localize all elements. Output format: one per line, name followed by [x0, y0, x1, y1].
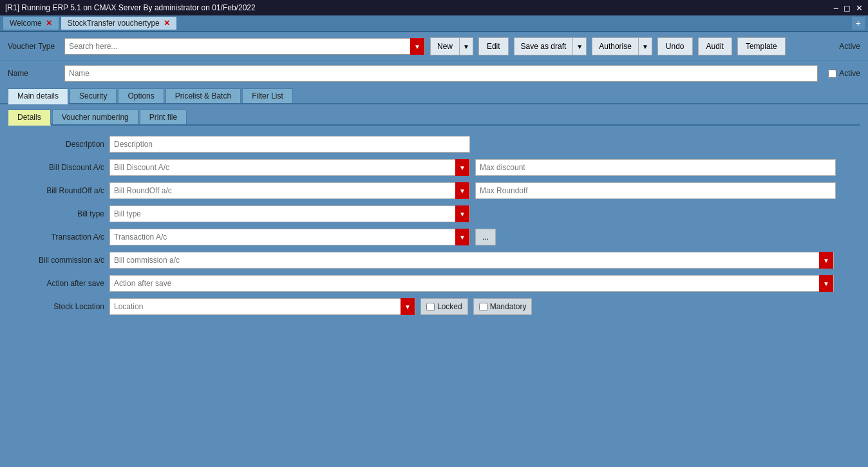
tab-security[interactable]: Security [70, 88, 117, 103]
stock-location-label: Stock Location [21, 302, 104, 311]
tab-bar: Welcome ✕ StockTransfer vouchertype ✕ + [0, 15, 868, 32]
bill-commission-input[interactable] [110, 253, 819, 268]
search-dropdown-arrow[interactable]: ▼ [410, 38, 424, 55]
tab-options[interactable]: Options [118, 88, 164, 103]
active-checkbox[interactable] [828, 70, 836, 78]
transaction-ac-select-wrapper: ▼ [109, 229, 470, 245]
window-title: [R1] Running ERP 5.1 on CMAX Server By a… [5, 3, 256, 12]
tab-stocktransfer-close[interactable]: ✕ [164, 19, 170, 28]
bill-discount-row: Bill Discount A/c ▼ [21, 159, 847, 176]
tab-welcome-close[interactable]: ✕ [46, 19, 52, 28]
tab-stocktransfer-label: StockTransfer vouchertype [68, 19, 160, 28]
new-dropdown-arrow[interactable]: ▼ [459, 37, 473, 55]
template-button[interactable]: Template [737, 37, 786, 55]
tab-pricelist-batch[interactable]: Pricelist & Batch [165, 88, 241, 103]
save-as-draft-arrow[interactable]: ▼ [572, 37, 587, 55]
voucher-type-label: Voucher Type [8, 42, 59, 51]
bill-commission-row: Bill commission a/c ▼ [21, 252, 847, 269]
bill-type-select-wrapper: ▼ [109, 205, 470, 222]
action-after-save-input[interactable] [110, 276, 819, 291]
name-label: Name [8, 69, 59, 78]
search-input[interactable] [65, 39, 410, 54]
locked-label: Locked [437, 302, 462, 311]
save-as-draft-group: Save as draft ▼ [514, 37, 587, 55]
bill-roundoff-row: Bill RoundOff a/c ▼ [21, 182, 847, 199]
save-as-draft-button[interactable]: Save as draft [514, 37, 573, 55]
bill-discount-input[interactable] [110, 160, 455, 175]
description-row: Description [21, 136, 847, 153]
window-controls: – ◻ ✕ [834, 3, 863, 13]
bill-type-input[interactable] [110, 206, 455, 222]
bill-discount-arrow[interactable]: ▼ [455, 159, 469, 176]
stock-location-row: Stock Location ▼ Locked Mandatory [21, 298, 847, 315]
locked-checkbox-wrapper[interactable]: Locked [420, 298, 468, 315]
active-label: Active [839, 69, 860, 78]
restore-button[interactable]: ◻ [844, 3, 851, 13]
main-tabs: Main details Security Options Pricelist … [0, 86, 868, 104]
form-area: Description Bill Discount A/c ▼ Bill Rou… [8, 129, 860, 328]
bill-discount-label: Bill Discount A/c [21, 163, 104, 172]
active-checkbox-wrapper: Active [828, 69, 860, 78]
location-input[interactable] [110, 302, 401, 311]
location-arrow[interactable]: ▼ [401, 298, 415, 315]
max-discount-input[interactable] [475, 159, 836, 176]
transaction-ellipsis-button[interactable]: ... [475, 229, 496, 245]
action-after-save-arrow[interactable]: ▼ [819, 275, 833, 292]
mandatory-label: Mandatory [490, 302, 527, 311]
authorise-button-group: Authorise ▼ [592, 37, 652, 55]
tab-main-details[interactable]: Main details [8, 88, 68, 104]
new-button[interactable]: New [430, 37, 459, 55]
bill-discount-select-wrapper: ▼ [109, 159, 470, 176]
mandatory-checkbox[interactable] [479, 303, 487, 311]
authorise-button[interactable]: Authorise [592, 37, 638, 55]
transaction-ac-label: Transaction A/c [21, 233, 104, 242]
max-roundoff-input[interactable] [475, 182, 836, 199]
description-input[interactable] [109, 136, 470, 153]
sub-tab-details[interactable]: Details [8, 110, 51, 126]
audit-button[interactable]: Audit [698, 37, 732, 55]
bill-roundoff-label: Bill RoundOff a/c [21, 186, 104, 195]
authorise-arrow[interactable]: ▼ [638, 37, 652, 55]
tab-welcome-label: Welcome [10, 19, 42, 28]
mandatory-checkbox-wrapper[interactable]: Mandatory [473, 298, 533, 315]
active-status-label: Active [839, 42, 860, 51]
tab-welcome[interactable]: Welcome ✕ [3, 16, 59, 30]
transaction-ac-input[interactable] [110, 229, 455, 245]
action-after-save-label: Action after save [21, 279, 104, 288]
bill-roundoff-select-wrapper: ▼ [109, 182, 470, 199]
undo-button[interactable]: Undo [657, 37, 693, 55]
bill-roundoff-input[interactable] [110, 183, 455, 198]
name-input[interactable] [64, 65, 818, 82]
transaction-ac-arrow[interactable]: ▼ [455, 229, 469, 245]
add-tab-button[interactable]: + [851, 16, 865, 30]
edit-button[interactable]: Edit [478, 37, 509, 55]
voucher-type-search[interactable]: ▼ [64, 38, 425, 55]
minimize-button[interactable]: – [834, 3, 838, 13]
toolbar: Voucher Type ▼ New ▼ Edit Save as draft … [0, 32, 868, 61]
tab-stocktransfer[interactable]: StockTransfer vouchertype ✕ [61, 16, 177, 30]
bill-commission-select-wrapper: ▼ [109, 252, 834, 269]
location-select-wrapper: ▼ [109, 298, 415, 315]
transaction-ac-row: Transaction A/c ▼ ... [21, 229, 847, 245]
bill-roundoff-arrow[interactable]: ▼ [455, 182, 469, 199]
content-area: Details Voucher numbering Print file Des… [0, 104, 868, 333]
bill-type-arrow[interactable]: ▼ [455, 205, 469, 222]
description-label: Description [21, 140, 104, 149]
action-after-save-select-wrapper: ▼ [109, 275, 834, 292]
name-row: Name Active [0, 61, 868, 86]
new-button-group: New ▼ [430, 37, 473, 55]
close-button[interactable]: ✕ [856, 3, 863, 13]
sub-tab-voucher-numbering[interactable]: Voucher numbering [52, 110, 138, 124]
bill-type-row: Bill type ▼ [21, 205, 847, 222]
sub-tab-print-file[interactable]: Print file [140, 110, 187, 124]
action-after-save-row: Action after save ▼ [21, 275, 847, 292]
bill-type-label: Bill type [21, 209, 104, 218]
bill-commission-label: Bill commission a/c [21, 256, 104, 265]
locked-checkbox[interactable] [426, 303, 435, 311]
bill-commission-arrow[interactable]: ▼ [819, 252, 833, 269]
title-bar: [R1] Running ERP 5.1 on CMAX Server By a… [0, 0, 868, 15]
tab-filter-list[interactable]: Filter List [242, 88, 293, 103]
sub-tabs: Details Voucher numbering Print file [8, 110, 860, 126]
